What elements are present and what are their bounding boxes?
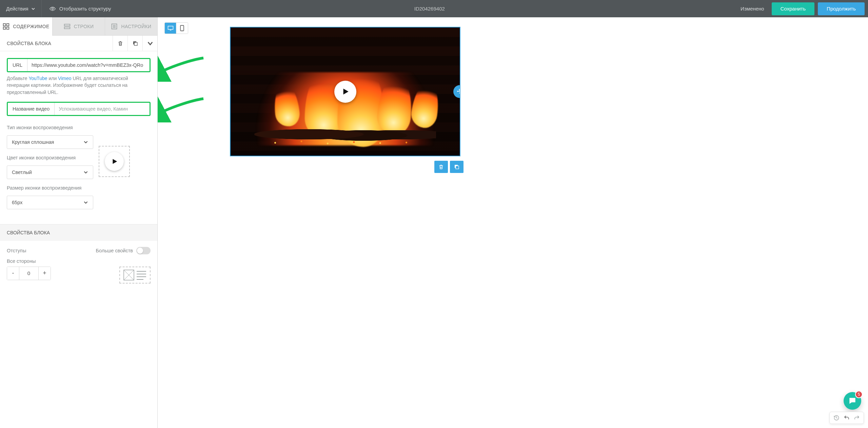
section-header: СВОЙСТВА БЛОКА xyxy=(0,36,157,51)
icon-size-select[interactable]: 65px xyxy=(7,196,93,209)
icon-type-select[interactable]: Круглая сплошная xyxy=(7,135,93,149)
show-structure-label: Отобразить структуру xyxy=(59,6,111,12)
url-highlight: URL xyxy=(7,58,151,72)
mobile-view-button[interactable] xyxy=(176,23,188,34)
redo-icon xyxy=(854,415,860,421)
icon-size-value: 65px xyxy=(12,200,22,205)
block-duplicate-button[interactable] xyxy=(450,161,463,173)
block-actions xyxy=(434,161,463,173)
save-button[interactable]: Сохранить xyxy=(772,2,815,15)
view-toggle xyxy=(164,22,188,34)
annotation-arrow-1 xyxy=(158,55,205,82)
play-icon-controls: Тип иконки воспроизведения Круглая сплош… xyxy=(7,125,93,209)
vimeo-link[interactable]: Vimeo xyxy=(58,76,71,81)
chat-badge: 5 xyxy=(855,391,863,398)
play-icon xyxy=(341,87,350,96)
svg-rect-2 xyxy=(3,27,6,30)
continue-button[interactable]: Продолжить xyxy=(818,2,865,15)
collapse-section-button[interactable] xyxy=(142,36,157,51)
actions-dropdown[interactable]: Действия xyxy=(0,0,41,17)
svg-point-22 xyxy=(182,30,182,31)
padding-preview-icon xyxy=(123,269,147,281)
youtube-link[interactable]: YouTube xyxy=(28,76,47,81)
section-body: URL Добавьте YouTube или Vimeo URL для а… xyxy=(0,51,157,216)
undo-icon xyxy=(844,415,850,421)
topbar-right: Изменено Сохранить Продолжить xyxy=(741,0,868,17)
canvas[interactable] xyxy=(158,17,868,428)
url-field-label: URL xyxy=(8,59,27,71)
history-bar xyxy=(829,412,864,424)
url-help-text: Добавьте YouTube или Vimeo URL для автом… xyxy=(7,75,151,96)
play-icon xyxy=(111,158,118,165)
url-field: URL xyxy=(8,59,150,71)
desktop-icon xyxy=(167,25,174,31)
duplicate-block-button[interactable] xyxy=(127,36,142,51)
padding-decrement[interactable]: - xyxy=(7,267,19,280)
delete-block-button[interactable] xyxy=(113,36,127,51)
sidebar: СОДЕРЖИМОЕ СТРОКИ НАСТРОЙКИ СВОЙСТВА БЛО… xyxy=(0,17,158,428)
history-button[interactable] xyxy=(832,413,841,422)
properties-panel: СВОЙСТВА БЛОКА URL xyxy=(0,36,157,428)
block-delete-button[interactable] xyxy=(434,161,448,173)
icon-type-label: Тип иконки воспроизведения xyxy=(7,125,93,130)
svg-rect-1 xyxy=(7,24,9,26)
redo-button[interactable] xyxy=(852,413,862,422)
paddings-section: Отступы Больше свойств Все стороны - + xyxy=(0,241,157,284)
chevron-down-icon xyxy=(147,40,154,47)
topbar-left: Действия Отобразить структуру xyxy=(0,0,118,17)
tab-content-label: СОДЕРЖИМОЕ xyxy=(13,24,49,29)
tablist: СОДЕРЖИМОЕ СТРОКИ НАСТРОЙКИ xyxy=(0,17,157,36)
svg-rect-0 xyxy=(3,24,6,26)
padding-input[interactable] xyxy=(19,267,39,280)
help-prefix: Добавьте xyxy=(7,76,28,81)
copy-icon xyxy=(454,164,460,170)
document-id: ID204269402 xyxy=(118,6,741,12)
chat-icon xyxy=(848,396,857,405)
mobile-icon xyxy=(180,25,184,31)
topbar: Действия Отобразить структуру ID20426940… xyxy=(0,0,868,17)
show-structure-button[interactable]: Отобразить структуру xyxy=(42,0,119,17)
icon-color-select[interactable]: Светлый xyxy=(7,166,93,179)
tab-rows-label: СТРОКИ xyxy=(74,24,94,29)
chevron-down-icon xyxy=(83,140,88,144)
desktop-view-button[interactable] xyxy=(165,23,176,34)
history-icon xyxy=(833,415,840,421)
video-title-field: Название видео xyxy=(8,103,150,115)
video-block[interactable] xyxy=(230,27,460,156)
padding-preview xyxy=(119,267,151,284)
section-title-2: СВОЙСТВА БЛОКА xyxy=(0,224,157,241)
play-icon-preview-circle xyxy=(105,152,124,171)
copy-icon xyxy=(132,40,138,46)
undo-button[interactable] xyxy=(842,413,851,422)
section-title: СВОЙСТВА БЛОКА xyxy=(0,41,113,46)
help-or: или xyxy=(47,76,58,81)
url-input[interactable] xyxy=(27,59,150,71)
title-highlight: Название видео xyxy=(7,102,151,116)
play-button-overlay[interactable] xyxy=(334,81,356,103)
svg-rect-4 xyxy=(64,24,70,26)
chevron-down-icon xyxy=(83,170,88,175)
more-props-toggle[interactable] xyxy=(136,247,151,254)
tab-content[interactable]: СОДЕРЖИМОЕ xyxy=(0,17,52,36)
video-title-input[interactable] xyxy=(55,103,150,115)
padding-increment[interactable]: + xyxy=(39,267,51,280)
tab-settings[interactable]: НАСТРОЙКИ xyxy=(105,17,157,36)
actions-label: Действия xyxy=(6,6,28,12)
tab-settings-label: НАСТРОЙКИ xyxy=(121,24,151,29)
annotation-arrow-2 xyxy=(158,95,205,122)
svg-rect-11 xyxy=(134,42,137,45)
svg-rect-24 xyxy=(456,166,459,169)
rows-icon xyxy=(64,23,71,30)
icon-type-value: Круглая сплошная xyxy=(12,139,54,145)
title-field-label: Название видео xyxy=(8,103,55,115)
tab-rows[interactable]: СТРОКИ xyxy=(52,17,105,36)
chevron-down-icon xyxy=(83,200,88,205)
icon-color-value: Светлый xyxy=(12,170,32,175)
settings-icon xyxy=(111,23,118,30)
main: СОДЕРЖИМОЕ СТРОКИ НАСТРОЙКИ СВОЙСТВА БЛО… xyxy=(0,17,868,428)
icon-size-label: Размер иконки воспроизведения xyxy=(7,185,93,191)
chevron-down-icon xyxy=(31,7,35,11)
content-icon xyxy=(3,23,9,30)
all-sides-label: Все стороны xyxy=(7,258,151,264)
chat-fab[interactable]: 5 xyxy=(844,392,861,410)
